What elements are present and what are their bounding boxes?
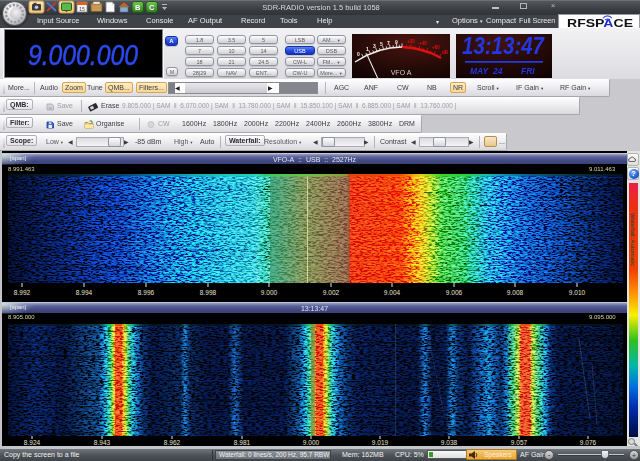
svg-text:15: 15 bbox=[79, 6, 85, 12]
svg-text:9.076: 9.076 bbox=[580, 439, 597, 446]
svg-text:MAY: MAY bbox=[470, 66, 490, 76]
svg-text:FRI: FRI bbox=[521, 66, 535, 76]
svg-text:9.000: 9.000 bbox=[261, 289, 278, 296]
svg-text:8.998: 8.998 bbox=[200, 289, 217, 296]
svg-text:9.002: 9.002 bbox=[323, 289, 340, 296]
svg-text:9.004: 9.004 bbox=[384, 289, 401, 296]
svg-text:+20: +20 bbox=[407, 39, 415, 44]
svg-text:9.006: 9.006 bbox=[446, 289, 463, 296]
svg-text:C: C bbox=[149, 3, 155, 12]
svg-text:5: 5 bbox=[380, 41, 383, 47]
svg-text:9.000: 9.000 bbox=[303, 439, 320, 446]
svg-text:8.992: 8.992 bbox=[14, 289, 31, 296]
svg-text:9: 9 bbox=[395, 39, 398, 45]
svg-text:24: 24 bbox=[492, 66, 503, 76]
svg-text:9.010: 9.010 bbox=[569, 289, 586, 296]
svg-text:8.996: 8.996 bbox=[138, 289, 155, 296]
svg-text:9.038: 9.038 bbox=[441, 439, 458, 446]
svg-text:dB: dB bbox=[442, 50, 449, 55]
svg-text:9.057: 9.057 bbox=[511, 439, 528, 446]
svg-text:7: 7 bbox=[387, 40, 390, 46]
svg-text:0: 0 bbox=[357, 51, 360, 57]
svg-text:+40: +40 bbox=[419, 41, 427, 46]
svg-text:8.924: 8.924 bbox=[24, 439, 41, 446]
svg-text:3: 3 bbox=[373, 43, 376, 49]
svg-text:9.019: 9.019 bbox=[372, 439, 389, 446]
svg-text:8.981: 8.981 bbox=[234, 439, 251, 446]
svg-text:B: B bbox=[135, 3, 141, 12]
svg-text:13:13:47: 13:13:47 bbox=[462, 34, 545, 59]
svg-text:8.994: 8.994 bbox=[76, 289, 93, 296]
svg-text:9.000.000: 9.000.000 bbox=[28, 39, 138, 71]
svg-text:8.962: 8.962 bbox=[164, 439, 181, 446]
svg-text:1: 1 bbox=[366, 46, 369, 52]
svg-text:VFO A: VFO A bbox=[391, 69, 412, 76]
svg-text:+60: +60 bbox=[432, 45, 440, 50]
svg-text:8.943: 8.943 bbox=[94, 439, 111, 446]
svg-text:9.008: 9.008 bbox=[507, 289, 524, 296]
